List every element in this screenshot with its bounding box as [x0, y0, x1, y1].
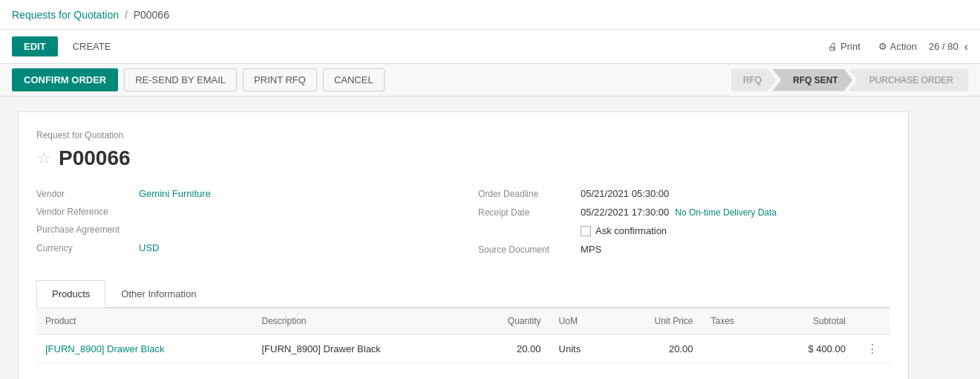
record-id: P00066	[59, 146, 131, 170]
currency-label: Currency	[36, 243, 133, 253]
resend-email-button[interactable]: RE-SEND BY EMAIL	[124, 68, 237, 91]
breadcrumb-bar: Requests for Quotation / P00066	[0, 0, 980, 30]
vendor-ref-label: Vendor Reference	[36, 207, 133, 217]
field-purchase-agreement: Purchase Agreement	[36, 224, 448, 235]
currency-value[interactable]: USD	[139, 242, 159, 253]
edit-button[interactable]: EDIT	[12, 36, 58, 56]
status-bar: CONFIRM ORDER RE-SEND BY EMAIL PRINT RFQ…	[0, 64, 980, 97]
cell-uom: Units	[550, 334, 613, 364]
field-source-document: Source Document MPS	[478, 244, 890, 255]
form-left-col: Vendor Gemini Furniture Vendor Reference…	[36, 188, 448, 262]
cell-description: [FURN_8900] Drawer Black	[252, 334, 468, 364]
step-rfq-label: RFQ	[743, 75, 762, 85]
col-header-product: Product	[36, 308, 252, 334]
print-icon: 🖨	[828, 41, 837, 52]
table-row: [FURN_8900] Drawer Black [FURN_8900] Dra…	[36, 334, 890, 364]
order-deadline-value: 05/21/2021 05:30:00	[581, 188, 669, 199]
ask-confirmation-row: Ask confirmation	[581, 225, 667, 236]
col-header-quantity: Quantity	[469, 308, 550, 334]
source-document-label: Source Document	[478, 244, 575, 255]
field-receipt-date: Receipt Date 05/22/2021 17:30:00 No On-t…	[478, 207, 890, 218]
step-purchase-order-label: PURCHASE ORDER	[869, 75, 953, 85]
step-rfq-sent[interactable]: RFQ SENT	[772, 69, 853, 91]
pager-prev-button[interactable]: ‹	[964, 40, 968, 54]
record-header: ☆ P00066	[36, 146, 890, 170]
pager-text: 26 / 80	[929, 41, 958, 52]
status-steps: RFQ RFQ SENT PURCHASE ORDER	[731, 69, 968, 91]
step-rfq[interactable]: RFQ	[731, 69, 777, 91]
confirm-order-button[interactable]: CONFIRM ORDER	[12, 68, 118, 91]
print-button[interactable]: 🖨 Print	[822, 38, 866, 55]
col-header-actions	[855, 308, 890, 334]
favorite-star-icon[interactable]: ☆	[36, 149, 51, 168]
form-card: Request for Quotation ☆ P00066 Vendor Ge…	[18, 111, 909, 379]
cell-quantity: 20.00	[469, 334, 550, 364]
form-right-col: Order Deadline 05/21/2021 05:30:00 Recei…	[478, 188, 890, 262]
col-header-description: Description	[252, 308, 468, 334]
tab-products[interactable]: Products	[36, 280, 105, 308]
main-content: Request for Quotation ☆ P00066 Vendor Ge…	[0, 97, 980, 379]
receipt-date-label: Receipt Date	[478, 207, 575, 218]
tab-other-information[interactable]: Other Information	[105, 280, 212, 307]
breadcrumb-current: P00066	[134, 9, 169, 21]
row-actions-button[interactable]: ⋮	[863, 342, 881, 356]
field-vendor: Vendor Gemini Furniture	[36, 188, 448, 199]
source-document-value: MPS	[581, 244, 601, 255]
vendor-label: Vendor	[36, 189, 133, 199]
action-button[interactable]: ⚙ Action	[872, 38, 923, 55]
action-label: Action	[890, 41, 917, 52]
order-deadline-label: Order Deadline	[478, 189, 575, 199]
gear-icon: ⚙	[878, 41, 887, 52]
field-currency: Currency USD	[36, 242, 448, 253]
vendor-value[interactable]: Gemini Furniture	[139, 188, 211, 199]
product-table: Product Description Quantity UoM Unit Pr…	[36, 308, 890, 364]
col-header-unit-price: Unit Price	[612, 308, 702, 334]
delivery-badge[interactable]: No On-time Delivery Data	[675, 207, 777, 218]
receipt-date-value: 05/22/2021 17:30:00	[581, 207, 669, 218]
cell-product[interactable]: [FURN_8900] Drawer Black	[36, 334, 252, 364]
col-header-taxes: Taxes	[702, 308, 767, 334]
breadcrumb: Requests for Quotation / P00066	[12, 9, 169, 21]
col-header-uom: UoM	[550, 308, 613, 334]
breadcrumb-parent[interactable]: Requests for Quotation	[12, 9, 119, 21]
print-label: Print	[840, 41, 860, 52]
form-fields: Vendor Gemini Furniture Vendor Reference…	[36, 188, 890, 262]
purchase-agreement-label: Purchase Agreement	[36, 224, 133, 235]
form-title: Request for Quotation	[36, 130, 890, 140]
ask-confirmation-checkbox[interactable]	[581, 226, 591, 236]
tabs: Products Other Information	[36, 280, 890, 308]
cell-subtotal: $ 400.00	[767, 334, 855, 364]
cell-taxes	[702, 334, 767, 364]
table-header-row: Product Description Quantity UoM Unit Pr…	[36, 308, 890, 334]
ask-confirmation-text: Ask confirmation	[595, 225, 667, 236]
cancel-button[interactable]: CANCEL	[323, 68, 385, 91]
step-rfq-sent-label: RFQ SENT	[793, 75, 838, 85]
print-rfq-button[interactable]: PRINT RFQ	[243, 68, 317, 91]
field-order-deadline: Order Deadline 05/21/2021 05:30:00	[478, 188, 890, 199]
field-ask-confirmation: Ask confirmation	[478, 225, 890, 236]
action-bar: EDIT CREATE 🖨 Print ⚙ Action 26 / 80 ‹	[0, 30, 980, 64]
cell-unit-price: 20.00	[612, 334, 702, 364]
breadcrumb-separator: /	[125, 9, 128, 21]
create-button[interactable]: CREATE	[64, 36, 120, 56]
field-vendor-ref: Vendor Reference	[36, 207, 448, 217]
cell-row-actions: ⋮	[855, 334, 890, 364]
step-purchase-order[interactable]: PURCHASE ORDER	[849, 69, 968, 91]
col-header-subtotal: Subtotal	[767, 308, 855, 334]
